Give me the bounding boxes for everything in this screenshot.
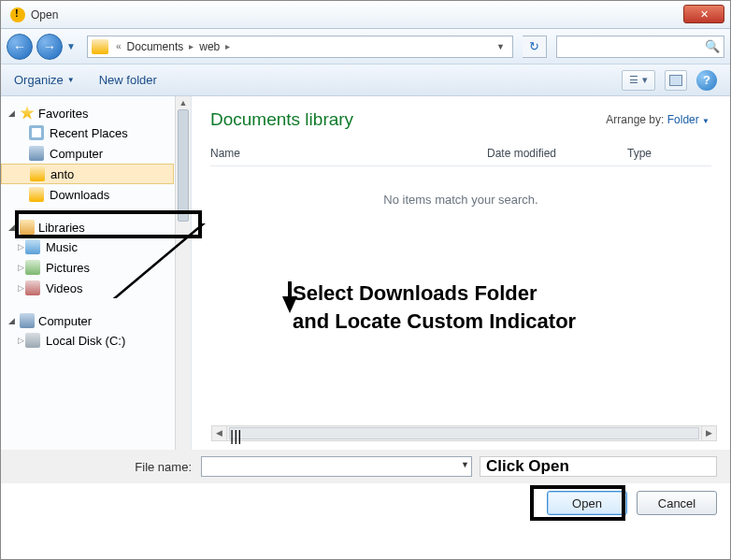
downloads-icon: [29, 187, 44, 202]
annotation-click-open: Click Open: [480, 456, 717, 477]
title-bar: Open ✕: [1, 1, 730, 29]
sidebar-item-computer-fav[interactable]: Computer: [1, 143, 174, 164]
libraries-label: Libraries: [38, 221, 85, 235]
expand-icon[interactable]: ▷: [16, 336, 25, 345]
breadcrumb-prefix: «: [114, 41, 123, 51]
col-type[interactable]: Type: [627, 147, 711, 160]
help-button[interactable]: ?: [696, 70, 717, 91]
sidebar-item-recent-places[interactable]: Recent Places: [1, 122, 174, 143]
chevron-down-icon: ▼: [67, 76, 75, 84]
arrange-value[interactable]: Folder ▼: [667, 113, 710, 126]
scroll-right-icon[interactable]: ▶: [701, 426, 716, 440]
chevron-down-icon[interactable]: ▼: [461, 460, 469, 469]
arrange-label: Arrange by:: [606, 113, 664, 126]
nav-bar: ← → ▼ « Documents ▸ web ▸ ▼ ↻ 🔍: [1, 29, 730, 65]
scroll-thumb[interactable]: |||: [229, 427, 699, 439]
expand-icon[interactable]: ▷: [16, 263, 25, 272]
collapse-icon: ◢: [8, 223, 20, 232]
navigation-pane: ◢ Favorites Recent Places Computer anto …: [1, 96, 192, 465]
videos-icon: [25, 280, 40, 295]
annotation-instruction: Select Downloads Folder and Locate Custo…: [293, 280, 576, 335]
breadcrumb-documents[interactable]: Documents: [123, 40, 188, 53]
favorites-label: Favorites: [38, 107, 88, 121]
search-input[interactable]: 🔍: [556, 36, 724, 58]
close-button[interactable]: ✕: [683, 5, 724, 23]
command-bar: Organize ▼ New folder ☰ ▾ ?: [1, 65, 730, 96]
filename-input[interactable]: ▼: [201, 456, 472, 477]
col-name[interactable]: Name: [210, 147, 487, 160]
scroll-up-icon[interactable]: ▲: [176, 96, 191, 109]
back-button[interactable]: ←: [7, 34, 33, 60]
organize-label: Organize: [14, 73, 64, 87]
folder-icon: [92, 39, 108, 54]
filename-label: File name:: [14, 460, 201, 474]
computer-label: Computer: [38, 314, 92, 328]
refresh-button[interactable]: ↻: [523, 36, 547, 58]
cancel-button[interactable]: Cancel: [637, 491, 717, 515]
empty-message: No items match your search.: [210, 166, 711, 233]
computer-icon: [20, 313, 35, 328]
filename-row: File name: ▼ Click Open: [1, 450, 730, 483]
content-h-scrollbar[interactable]: ◀ ||| ▶: [211, 425, 717, 441]
expand-icon[interactable]: ▷: [16, 242, 25, 251]
favorites-group[interactable]: ◢ Favorites: [1, 104, 174, 122]
pictures-icon: [25, 260, 40, 275]
music-icon: [25, 239, 40, 254]
sidebar-item-local-disk[interactable]: ▷ Local Disk (C:): [1, 330, 174, 351]
new-folder-label: New folder: [99, 73, 157, 87]
chevron-down-icon: ▼: [702, 117, 710, 125]
disk-icon: [25, 333, 40, 348]
folder-icon: [30, 166, 45, 181]
computer-icon: [29, 146, 44, 161]
view-options-button[interactable]: ☰ ▾: [622, 70, 655, 91]
computer-group[interactable]: ◢ Computer: [1, 311, 174, 330]
window-title: Open: [31, 8, 58, 22]
col-date[interactable]: Date modified: [487, 147, 627, 160]
dialog-buttons: Open Cancel: [547, 491, 717, 515]
column-headers[interactable]: Name Date modified Type: [210, 147, 711, 166]
sidebar-item-videos[interactable]: ▷ Videos: [1, 278, 174, 298]
sidebar-item-downloads[interactable]: Downloads: [1, 184, 174, 205]
open-button[interactable]: Open: [547, 491, 627, 515]
expand-icon[interactable]: ▷: [16, 283, 25, 293]
star-icon: [20, 106, 35, 121]
sidebar-item-anto[interactable]: anto: [1, 164, 174, 184]
collapse-icon: ◢: [8, 316, 20, 325]
chevron-right-icon[interactable]: ▸: [223, 41, 232, 51]
new-folder-button[interactable]: New folder: [99, 73, 157, 87]
search-icon: 🔍: [705, 39, 718, 52]
scroll-thumb[interactable]: [178, 109, 189, 222]
libraries-icon: [20, 220, 35, 235]
collapse-icon: ◢: [8, 108, 20, 118]
breadcrumb-web[interactable]: web: [195, 40, 223, 53]
recent-icon: [29, 125, 44, 140]
app-icon: [10, 7, 25, 22]
arrange-by: Arrange by: Folder ▼: [606, 113, 710, 126]
sidebar-item-music[interactable]: ▷ Music: [1, 237, 174, 257]
history-dropdown-icon[interactable]: ▼: [66, 41, 78, 51]
scroll-left-icon[interactable]: ◀: [212, 426, 227, 440]
chevron-right-icon[interactable]: ▸: [187, 41, 195, 51]
preview-pane-button[interactable]: [665, 70, 687, 91]
organize-menu[interactable]: Organize ▼: [14, 73, 75, 87]
sidebar-scrollbar[interactable]: ▲ ▼: [175, 96, 191, 465]
address-bar[interactable]: « Documents ▸ web ▸ ▼: [87, 36, 513, 58]
forward-button[interactable]: →: [36, 34, 63, 60]
address-dropdown-icon[interactable]: ▼: [493, 42, 509, 51]
libraries-group[interactable]: ◢ Libraries: [1, 218, 174, 237]
